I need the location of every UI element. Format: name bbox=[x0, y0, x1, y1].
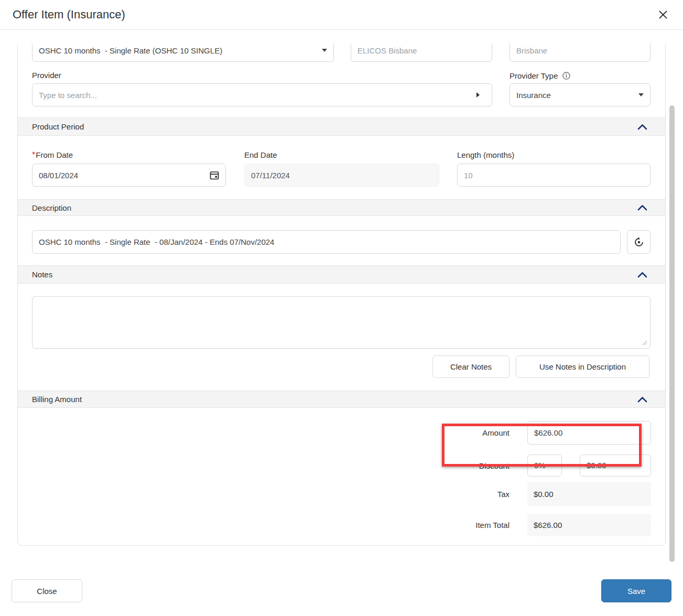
provider-type-value: Insurance bbox=[516, 91, 638, 100]
notes-textarea[interactable] bbox=[32, 296, 651, 349]
tax-value: $0.00 bbox=[534, 490, 554, 499]
provider-search-input[interactable] bbox=[32, 83, 492, 106]
item-total-field: $626.00 bbox=[527, 514, 651, 536]
billing-header: Billing Amount bbox=[32, 395, 82, 404]
collapse-description-button[interactable] bbox=[636, 203, 648, 212]
discount-percent-input[interactable] bbox=[527, 455, 562, 477]
expander-right-icon[interactable] bbox=[476, 92, 480, 98]
chevron-up-icon bbox=[637, 124, 647, 130]
use-notes-in-description-button[interactable]: Use Notes in Description bbox=[516, 355, 649, 378]
billing-body: Amount Discount Tax $0.00 Item Total bbox=[18, 421, 665, 545]
provider-label: Provider bbox=[32, 71, 61, 80]
end-date-label: End Date bbox=[244, 150, 277, 159]
product-row: OSHC 10 months - Single Rate (OSHC 10 SI… bbox=[18, 44, 665, 62]
amount-row: Amount bbox=[18, 421, 665, 445]
from-date-value: 08/01/2024 bbox=[39, 171, 210, 180]
provider-input-row: Insurance bbox=[18, 83, 665, 106]
date-input-row: 08/01/2024 07/11/2024 bbox=[18, 164, 665, 187]
chevron-up-icon bbox=[637, 396, 647, 403]
length-input[interactable] bbox=[457, 164, 651, 187]
tax-label: Tax bbox=[441, 490, 509, 499]
modal-title: Offer Item (Insurance) bbox=[13, 8, 125, 21]
description-header: Description bbox=[32, 203, 71, 212]
notes-header: Notes bbox=[32, 270, 52, 279]
notes-area bbox=[18, 296, 665, 349]
close-icon bbox=[658, 10, 668, 19]
provider-label-row: Provider Provider Type bbox=[18, 71, 665, 80]
resize-handle[interactable] bbox=[642, 340, 647, 345]
from-date-label: From Date bbox=[36, 150, 73, 159]
provider-type-label: Provider Type bbox=[509, 71, 558, 80]
product-select-value: OSHC 10 months - Single Rate (OSHC 10 SI… bbox=[39, 46, 322, 55]
item-total-value: $626.00 bbox=[534, 521, 562, 529]
modal-header: Offer Item (Insurance) bbox=[0, 0, 683, 30]
close-icon-button[interactable] bbox=[656, 7, 670, 22]
collapse-notes-button[interactable] bbox=[636, 271, 648, 279]
description-input[interactable] bbox=[32, 230, 621, 254]
amount-input[interactable] bbox=[527, 421, 651, 445]
info-icon[interactable] bbox=[562, 71, 571, 80]
collapse-product-period-button[interactable] bbox=[636, 123, 648, 131]
tax-field: $0.00 bbox=[527, 482, 651, 506]
end-date-value: 07/11/2024 bbox=[251, 171, 432, 180]
clear-notes-button[interactable]: Clear Notes bbox=[432, 355, 509, 378]
product-period-header: Product Period bbox=[32, 122, 84, 131]
end-date-input: 07/11/2024 bbox=[244, 164, 439, 187]
description-row bbox=[18, 230, 665, 254]
reset-icon bbox=[634, 237, 644, 247]
item-total-row: Item Total $626.00 bbox=[18, 514, 665, 536]
discount-label: Discount bbox=[441, 461, 509, 470]
section-header-product-period: Product Period bbox=[18, 117, 665, 136]
length-label: Length (months) bbox=[457, 150, 514, 159]
scrollbar-thumb[interactable] bbox=[669, 105, 675, 562]
discount-row: Discount bbox=[18, 455, 665, 477]
chevron-down-icon bbox=[638, 93, 644, 96]
chevron-up-icon bbox=[637, 272, 647, 278]
section-header-notes: Notes bbox=[18, 265, 665, 284]
provider-type-select[interactable]: Insurance bbox=[509, 83, 651, 106]
modal-body: OSHC 10 months - Single Rate (OSHC 10 SI… bbox=[0, 44, 683, 546]
modal-footer: Close Save bbox=[0, 579, 683, 602]
location-field bbox=[509, 44, 651, 62]
close-button[interactable]: Close bbox=[12, 579, 82, 602]
item-total-label: Item Total bbox=[441, 521, 509, 529]
chevron-up-icon bbox=[637, 204, 647, 211]
date-label-row: *From Date End Date Length (months) bbox=[18, 150, 665, 160]
chevron-down-icon bbox=[322, 49, 327, 52]
calendar-icon[interactable] bbox=[210, 170, 219, 180]
form-panel: OSHC 10 months - Single Rate (OSHC 10 SI… bbox=[17, 44, 666, 546]
notes-buttons-row: Clear Notes Use Notes in Description bbox=[18, 355, 665, 378]
required-asterisk: * bbox=[32, 150, 35, 159]
amount-label: Amount bbox=[441, 428, 509, 437]
discount-amount-input[interactable] bbox=[580, 455, 651, 477]
collapse-billing-button[interactable] bbox=[636, 395, 648, 404]
product-select[interactable]: OSHC 10 months - Single Rate (OSHC 10 SI… bbox=[32, 44, 334, 62]
reset-description-button[interactable] bbox=[627, 230, 651, 254]
from-date-input[interactable]: 08/01/2024 bbox=[32, 164, 226, 187]
tax-row: Tax $0.00 bbox=[18, 482, 665, 506]
section-header-description: Description bbox=[18, 199, 665, 216]
save-button[interactable]: Save bbox=[601, 579, 671, 602]
campus-field bbox=[351, 44, 492, 62]
section-header-billing: Billing Amount bbox=[18, 391, 665, 408]
